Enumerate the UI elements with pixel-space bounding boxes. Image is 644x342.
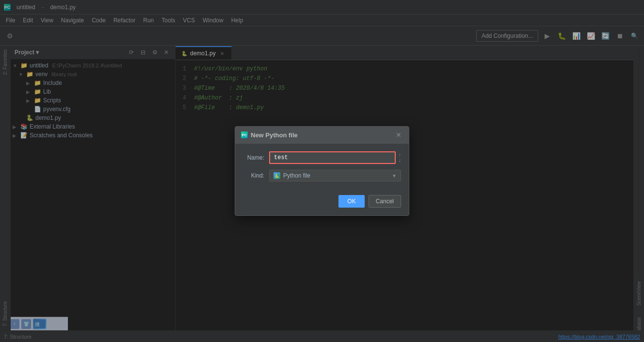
new-python-file-dialog: PC New Python file ✕ Name: ↑ ↓ Kind: 🐍 P	[235, 126, 409, 216]
modal-body: Name: ↑ ↓ Kind: 🐍 Python file ▼	[235, 144, 409, 195]
kind-label: Kind:	[243, 172, 264, 179]
sort-down-icon: ↓	[399, 158, 401, 163]
cancel-button[interactable]: Cancel	[369, 195, 401, 208]
modal-title: PC New Python file	[241, 131, 298, 139]
sort-arrows[interactable]: ↑ ↓	[399, 152, 401, 163]
kind-select-value: 🐍 Python file	[274, 172, 392, 179]
modal-header: PC New Python file ✕	[235, 127, 409, 144]
dropdown-arrow-icon: ▼	[392, 173, 397, 179]
modal-kind-row: Kind: 🐍 Python file ▼	[243, 170, 401, 181]
modal-title-text: New Python file	[251, 131, 298, 139]
name-label: Name:	[243, 154, 264, 161]
modal-logo-icon: PC	[241, 131, 248, 138]
kind-select[interactable]: 🐍 Python file ▼	[269, 170, 401, 181]
modal-name-row: Name: ↑ ↓	[243, 151, 401, 164]
name-input[interactable]	[269, 151, 396, 164]
modal-footer: OK Cancel	[235, 195, 409, 215]
sort-up-icon: ↑	[399, 152, 401, 158]
modal-overlay: PC New Python file ✕ Name: ↑ ↓ Kind: 🐍 P	[0, 0, 644, 342]
kind-value-text: Python file	[283, 172, 310, 179]
python-kind-icon: 🐍	[274, 172, 280, 179]
ok-button[interactable]: OK	[338, 195, 364, 208]
modal-close-button[interactable]: ✕	[394, 130, 403, 139]
